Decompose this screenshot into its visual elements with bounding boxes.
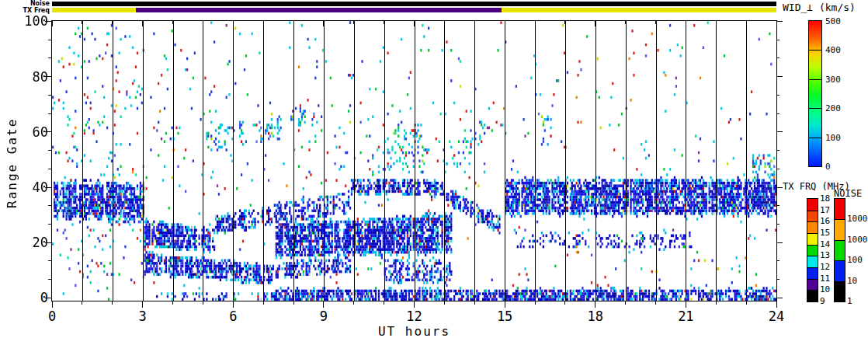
x-top-tick bbox=[564, 21, 565, 24]
noise-colorbar-tick-label: 10000 bbox=[847, 214, 868, 223]
wid-colorbar-tick-label: 200 bbox=[825, 104, 841, 113]
y-right-tick bbox=[776, 260, 779, 261]
status-bar-segment bbox=[52, 2, 776, 6]
wid-colorbar-tick-label: 400 bbox=[825, 46, 841, 54]
colorbar-segment bbox=[807, 233, 818, 245]
x-axis-title: UT hours bbox=[52, 324, 776, 338]
y-right-tick bbox=[776, 113, 779, 114]
txfrq-colorbar-tick-label: 10 bbox=[820, 285, 830, 294]
x-top-tick bbox=[112, 21, 113, 24]
colorbar-segment bbox=[807, 256, 818, 267]
x-tick-label: 6 bbox=[216, 310, 250, 323]
wid-colorbar-boundary bbox=[809, 138, 821, 138]
y-minor-tick bbox=[48, 279, 52, 280]
y-right-tick bbox=[776, 169, 779, 169]
wid-colorbar-tick-label: 100 bbox=[825, 134, 841, 142]
colorbar-segment bbox=[807, 267, 818, 279]
x-minor-tick bbox=[384, 301, 384, 305]
colorbar-segment bbox=[807, 221, 818, 233]
x-top-tick bbox=[203, 21, 203, 24]
y-minor-tick bbox=[48, 57, 52, 58]
x-minor-tick bbox=[535, 301, 536, 305]
wid-colorbar-boundary bbox=[809, 79, 821, 80]
wid-colorbar-title: WID_⊥ (km/s) bbox=[783, 2, 856, 13]
x-top-tick bbox=[746, 21, 747, 24]
wid-colorbar-tick-label: 300 bbox=[825, 75, 841, 84]
x-top-tick bbox=[686, 21, 686, 26]
x-top-tick bbox=[323, 21, 324, 26]
wid-colorbar-boundary bbox=[809, 50, 821, 51]
plot-frame bbox=[51, 20, 777, 301]
x-tick-label: 0 bbox=[35, 310, 69, 323]
colorbar-segment bbox=[807, 279, 818, 291]
x-top-tick bbox=[293, 21, 294, 24]
x-top-tick bbox=[474, 21, 475, 24]
wid-colorbar-tick-label: 0 bbox=[825, 162, 831, 171]
x-minor-tick bbox=[172, 301, 173, 305]
y-minor-tick bbox=[48, 205, 52, 206]
x-minor-tick bbox=[353, 301, 354, 305]
noise-colorbar-tick-label: 1 bbox=[847, 297, 852, 305]
x-tick-label: 3 bbox=[126, 310, 160, 323]
y-right-tick bbox=[776, 279, 779, 280]
noise-status-bar bbox=[52, 2, 776, 6]
y-axis-title: Range Gate bbox=[5, 93, 19, 233]
x-tick-label: 21 bbox=[668, 310, 703, 323]
x-major-tick bbox=[233, 301, 234, 308]
txfrq-colorbar-tick-label: 14 bbox=[820, 240, 830, 249]
y-right-tick bbox=[776, 242, 783, 243]
txfrq-colorbar-tick-label: 9 bbox=[820, 297, 825, 305]
txfrq-colorbar-tick-label: 13 bbox=[820, 251, 830, 260]
x-tick-label: 15 bbox=[488, 310, 522, 323]
x-minor-tick bbox=[564, 301, 565, 305]
txfrq-colorbar-tick-label: 17 bbox=[820, 206, 830, 214]
noise-colorbar-tick-label: 10 bbox=[847, 277, 857, 285]
x-minor-tick bbox=[444, 301, 445, 305]
y-tick-label: 20 bbox=[9, 236, 48, 249]
x-major-tick bbox=[776, 301, 777, 308]
y-right-tick bbox=[776, 95, 779, 96]
x-major-tick bbox=[323, 301, 324, 308]
x-minor-tick bbox=[716, 301, 717, 305]
x-top-tick bbox=[535, 21, 536, 24]
x-top-tick bbox=[716, 21, 717, 24]
rti-heatmap-canvas bbox=[52, 21, 776, 301]
x-minor-tick bbox=[746, 301, 747, 305]
colorbar-segment bbox=[807, 245, 818, 256]
x-top-tick bbox=[233, 21, 234, 26]
x-minor-tick bbox=[655, 301, 656, 305]
x-minor-tick bbox=[263, 301, 264, 305]
x-top-tick bbox=[595, 21, 595, 26]
rti-plot-root: Noise TX Freq 03691215182124020406080100… bbox=[0, 0, 868, 338]
y-right-tick bbox=[776, 40, 779, 40]
wid-colorbar-boundary bbox=[809, 108, 821, 109]
y-right-tick bbox=[776, 21, 783, 22]
y-right-tick bbox=[776, 224, 779, 225]
colorbar-segment bbox=[807, 211, 818, 222]
txfrq-colorbar-tick-label: 16 bbox=[820, 217, 830, 225]
colorbar-segment bbox=[807, 199, 818, 211]
x-major-tick bbox=[414, 301, 415, 308]
y-minor-tick bbox=[48, 95, 52, 96]
colorbar-segment bbox=[835, 219, 845, 239]
x-top-tick bbox=[142, 21, 143, 26]
x-major-tick bbox=[142, 301, 143, 308]
colorbar-segment bbox=[835, 260, 845, 281]
y-right-tick bbox=[776, 187, 783, 188]
x-major-tick bbox=[686, 301, 686, 308]
colorbar-segment bbox=[807, 290, 818, 301]
noise-colorbar-tick-label: 100 bbox=[847, 256, 863, 264]
x-tick-label: 24 bbox=[759, 310, 793, 323]
x-top-tick bbox=[172, 21, 173, 24]
x-tick-label: 9 bbox=[307, 310, 341, 323]
x-major-tick bbox=[595, 301, 595, 308]
x-major-tick bbox=[52, 301, 53, 308]
x-top-tick bbox=[414, 21, 415, 26]
tx-freq-status-bar bbox=[52, 8, 776, 12]
y-right-tick bbox=[776, 298, 783, 298]
y-tick-label: 100 bbox=[9, 15, 48, 28]
x-top-tick bbox=[82, 21, 82, 24]
wid-colorbar bbox=[808, 20, 822, 167]
y-right-tick bbox=[776, 131, 783, 132]
x-top-tick bbox=[444, 21, 445, 24]
